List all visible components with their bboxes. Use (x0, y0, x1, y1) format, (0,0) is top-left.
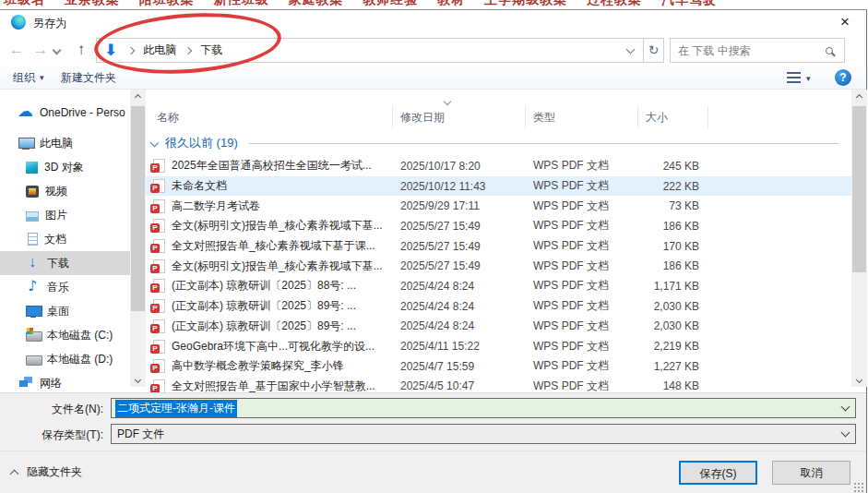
file-name-selected-text: 二项式定理-张瀚月-课件 (115, 400, 237, 417)
file-row[interactable]: 未命名文档 2025/10/12 11:43 WPS PDF 文档 222 KB (146, 176, 851, 197)
file-date: 2025/5/27 15:49 (393, 220, 526, 233)
scroll-down-icon[interactable] (851, 372, 867, 387)
new-folder-button[interactable]: 新建文件夹 (61, 70, 116, 86)
file-row[interactable]: (正文副本) 琼教研训〔2025〕88号: ... 2025/4/24 8:24… (146, 276, 851, 296)
file-date: 2025/9/29 17:11 (393, 199, 526, 212)
file-date: 2025/4/7 15:59 (393, 360, 526, 373)
file-row[interactable]: 高二数学月考试卷 2025/9/29 17:11 WPS PDF 文档 73 K… (146, 196, 851, 216)
sidebar-item[interactable]: 此电脑 (0, 131, 130, 155)
resize-grip[interactable] (854, 483, 863, 492)
file-name-cell: 未命名文档 (146, 178, 393, 194)
sidebar-item[interactable]: 网络 (0, 371, 130, 392)
save-type-select[interactable]: PDF 文件 (111, 424, 856, 444)
sidebar-item[interactable]: 3D 对象 (0, 155, 130, 179)
sidebar-item[interactable]: 图片 (0, 203, 130, 227)
organize-button[interactable]: 组织▾ (13, 70, 44, 86)
recent-locations-chevron-icon[interactable] (53, 46, 62, 55)
file-type: WPS PDF 文档 (526, 278, 638, 294)
group-label: 很久以前 (19) (165, 135, 238, 151)
breadcrumb-this-pc[interactable]: 此电脑 (141, 42, 178, 59)
file-name: 2025年全国普通高校招生全国统一考试... (172, 158, 372, 174)
view-mode-caret-icon[interactable]: ▾ (806, 74, 811, 83)
sidebar-item[interactable]: 文档 (0, 227, 130, 251)
refresh-icon: ↻ (648, 42, 660, 57)
group-divider (249, 143, 838, 144)
wps-pdf-icon (153, 159, 165, 173)
column-header-date[interactable]: 修改日期 (393, 106, 526, 128)
sidebar-scrollbar[interactable] (130, 90, 146, 387)
file-row[interactable]: (正文副本) 琼教研训〔2025〕89号: ... 2025/4/24 8:24… (146, 296, 851, 317)
sidebar-item[interactable]: 本地磁盘 (D:) (0, 347, 130, 371)
sidebar-item-icon (26, 162, 38, 174)
sidebar-item[interactable]: 本地磁盘 (C:) (0, 323, 130, 347)
breadcrumb-downloads[interactable]: 下载 (198, 42, 224, 59)
hide-folders-button[interactable]: 隐藏文件夹 (11, 464, 82, 480)
file-row[interactable]: 全文对照报告单_基于国家中小学智慧教... 2025/4/5 10:47 WPS… (146, 377, 851, 392)
file-type: WPS PDF 文档 (526, 379, 638, 392)
save-button[interactable]: 保存(S) (679, 461, 757, 485)
file-size: 186 KB (638, 220, 708, 233)
file-date: 2025/10/17 8:20 (393, 160, 526, 173)
scrollbar-thumb[interactable] (131, 106, 145, 311)
column-header-name[interactable]: 名称 (146, 106, 393, 128)
file-list-scrollbar[interactable] (851, 90, 867, 387)
file-size: 186 KB (638, 259, 708, 272)
file-row[interactable]: 高中数学概念教学策略探究_李小锋 2025/4/7 15:59 WPS PDF … (146, 356, 851, 377)
sidebar-item[interactable]: 视频 (0, 179, 130, 203)
sidebar-item[interactable]: OneDrive - Perso (0, 101, 130, 125)
save-as-dialog: 另存为 × ← → ↑ ⬇ 此电脑 下载 ↻ 组织▾ 新建文件 (0, 9, 867, 493)
scrollbar-thumb[interactable] (852, 106, 866, 272)
back-icon[interactable]: ← (6, 39, 28, 61)
save-type-dropdown-chevron-icon[interactable] (841, 428, 850, 438)
navigation-pane: OneDrive - Perso 此电脑 3D 对象 视频 图片 (0, 90, 146, 392)
cancel-button[interactable]: 取消 (772, 461, 850, 485)
file-row[interactable]: (正文副本) 琼教研训〔2025〕89号: ... 2025/4/24 8:24… (146, 317, 851, 337)
column-header-size[interactable]: 大小 (638, 106, 708, 128)
file-size: 170 KB (638, 240, 708, 253)
forward-icon[interactable]: → (30, 39, 52, 61)
hide-folders-label: 隐藏文件夹 (27, 464, 82, 480)
file-name-cell: (正文副本) 琼教研训〔2025〕89号: ... (146, 319, 393, 334)
close-icon[interactable]: × (835, 12, 855, 32)
file-name-dropdown-chevron-icon[interactable] (841, 403, 850, 412)
scroll-down-icon[interactable] (130, 372, 146, 387)
refresh-button[interactable]: ↻ (644, 38, 664, 63)
up-icon[interactable]: ↑ (70, 39, 92, 61)
file-size: 2,030 KB (638, 319, 708, 332)
file-row[interactable]: 全文(标明引文)报告单_核心素养视域下基... 2025/5/27 15:49 … (146, 256, 851, 276)
breadcrumb-chevron-icon[interactable] (184, 46, 192, 54)
column-header-type[interactable]: 类型 (526, 106, 638, 128)
scroll-up-icon[interactable] (130, 90, 146, 104)
file-type: WPS PDF 文档 (526, 339, 638, 355)
search-input[interactable] (671, 44, 826, 57)
file-date: 2025/5/27 15:49 (393, 240, 526, 253)
sort-indicator-icon (444, 98, 451, 105)
file-row[interactable]: 2025年全国普通高校招生全国统一考试... 2025/10/17 8:20 W… (146, 156, 851, 176)
help-icon[interactable]: ? (835, 69, 851, 86)
file-type: WPS PDF 文档 (526, 218, 638, 234)
file-type: WPS PDF 文档 (526, 358, 638, 374)
file-size: 1,171 KB (638, 280, 708, 293)
address-bar[interactable]: ⬇ 此电脑 下载 (96, 38, 644, 63)
sidebar-item-icon (26, 352, 41, 367)
address-dropdown-chevron-icon[interactable] (626, 44, 636, 54)
wps-pdf-icon (153, 199, 165, 213)
sidebar-item[interactable]: 桌面 (0, 299, 130, 323)
file-name: 全文对照报告单_核心素养视域下基于课... (172, 238, 375, 254)
file-type: WPS PDF 文档 (526, 158, 638, 174)
search-icon[interactable] (826, 47, 833, 54)
file-type: WPS PDF 文档 (526, 259, 638, 274)
scroll-up-icon[interactable] (851, 90, 867, 104)
file-name-input[interactable]: 二项式定理-张瀚月-课件 (111, 398, 856, 418)
file-row[interactable]: GeoGebra环境下高中...可视化教学的设... 2025/4/11 15:… (146, 336, 851, 356)
search-box[interactable] (670, 38, 845, 63)
sidebar-item[interactable]: 下载 (0, 251, 130, 275)
view-mode-icon[interactable] (787, 72, 801, 83)
group-header[interactable]: 很久以前 (19) (146, 132, 851, 154)
file-row[interactable]: 全文(标明引文)报告单_核心素养视域下基... 2025/5/27 15:49 … (146, 216, 851, 236)
wps-pdf-icon (153, 179, 165, 193)
breadcrumb-chevron-icon[interactable] (127, 46, 135, 54)
group-collapse-chevron-icon[interactable] (150, 138, 160, 147)
sidebar-item[interactable]: 音乐 (0, 275, 130, 299)
file-row[interactable]: 全文对照报告单_核心素养视域下基于课... 2025/5/27 15:49 WP… (146, 236, 851, 257)
